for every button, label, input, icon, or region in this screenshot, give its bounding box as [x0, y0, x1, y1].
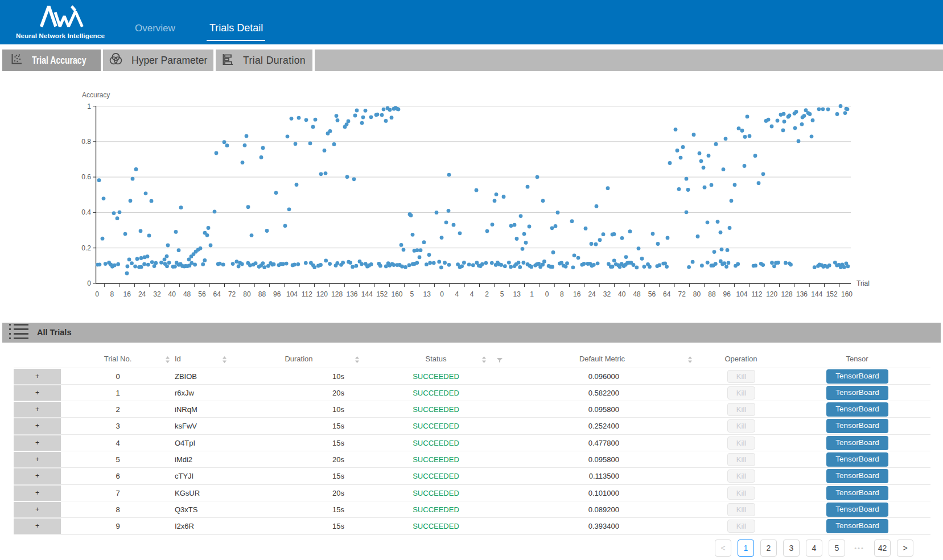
svg-text:Accuracy: Accuracy [82, 91, 110, 99]
svg-text:160: 160 [841, 290, 853, 298]
svg-text:104: 104 [736, 290, 747, 298]
svg-text:0: 0 [440, 290, 444, 298]
svg-text:8: 8 [560, 290, 564, 298]
svg-text:112: 112 [751, 290, 762, 298]
svg-text:120: 120 [316, 290, 328, 298]
svg-text:0: 0 [87, 279, 91, 287]
svg-text:40: 40 [168, 290, 176, 298]
svg-text:8: 8 [110, 290, 114, 298]
svg-text:0.2: 0.2 [81, 244, 91, 252]
svg-text:4: 4 [455, 290, 459, 298]
svg-text:13: 13 [423, 290, 431, 298]
svg-text:96: 96 [723, 290, 731, 298]
svg-text:64: 64 [663, 290, 671, 298]
svg-text:152: 152 [826, 290, 838, 298]
svg-text:96: 96 [273, 290, 281, 298]
svg-text:152: 152 [376, 290, 388, 298]
svg-text:0: 0 [95, 290, 99, 298]
svg-text:13: 13 [513, 290, 521, 298]
svg-text:1: 1 [530, 290, 534, 298]
svg-text:56: 56 [648, 290, 656, 298]
svg-text:Trial: Trial [856, 279, 870, 287]
svg-text:128: 128 [331, 290, 343, 298]
svg-text:0.6: 0.6 [81, 173, 91, 181]
svg-text:88: 88 [258, 290, 266, 298]
svg-text:4: 4 [470, 290, 474, 298]
svg-text:136: 136 [796, 290, 808, 298]
svg-text:144: 144 [361, 290, 373, 298]
svg-text:80: 80 [243, 290, 251, 298]
svg-text:120: 120 [766, 290, 777, 298]
svg-text:32: 32 [603, 290, 611, 298]
svg-text:0: 0 [545, 290, 549, 298]
svg-text:16: 16 [573, 290, 581, 298]
svg-text:48: 48 [633, 290, 641, 298]
svg-text:1: 1 [87, 102, 91, 110]
svg-text:2: 2 [485, 290, 489, 298]
svg-text:72: 72 [678, 290, 686, 298]
svg-text:40: 40 [618, 290, 626, 298]
svg-text:32: 32 [153, 290, 161, 298]
svg-text:5: 5 [410, 290, 414, 298]
svg-text:5: 5 [500, 290, 504, 298]
svg-text:72: 72 [228, 290, 236, 298]
svg-text:112: 112 [302, 290, 312, 298]
svg-text:136: 136 [346, 290, 357, 298]
svg-text:128: 128 [781, 290, 793, 298]
svg-text:48: 48 [183, 290, 191, 298]
svg-text:80: 80 [693, 290, 701, 298]
svg-text:144: 144 [811, 290, 822, 298]
svg-text:160: 160 [391, 290, 402, 298]
svg-text:24: 24 [138, 290, 146, 298]
svg-text:88: 88 [708, 290, 716, 298]
svg-text:0.8: 0.8 [81, 138, 91, 146]
svg-text:64: 64 [213, 290, 221, 298]
svg-text:104: 104 [286, 290, 298, 298]
svg-text:0.4: 0.4 [81, 208, 91, 216]
svg-text:56: 56 [198, 290, 206, 298]
svg-text:16: 16 [123, 290, 131, 298]
svg-text:24: 24 [588, 290, 596, 298]
